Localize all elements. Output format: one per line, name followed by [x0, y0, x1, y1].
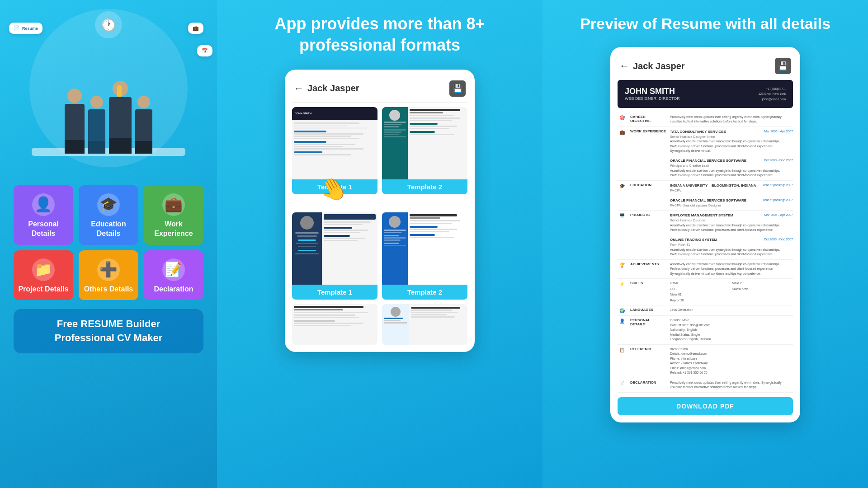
reference-icon: 📋 [618, 347, 627, 375]
template-3-label: Template 1 [292, 285, 377, 300]
briefcase-section-icon: 💼 [618, 129, 627, 178]
work-experience-section: 💼 WORK EXPERIENCE Mar 2005 - Apr 2007 TA… [618, 127, 793, 181]
resume-floating-icon: 📄 Resume [9, 23, 42, 34]
resume-phone-header-left: ← Jack Jasper [619, 60, 685, 72]
phone-header: ← Jack Jasper 💾 [292, 77, 467, 103]
personal-details-section: 👤 PERSONAL DETAILS Gender: Male Date Of … [618, 316, 793, 345]
back-arrow-icon[interactable]: ← [294, 83, 304, 94]
projects-section: 🖥️ PROJECTS Mar 2005 - Apr 2007 EMPLOYEE… [618, 211, 793, 260]
resume-save-icon[interactable]: 💾 [775, 58, 791, 74]
education-content: Year of passing: 2007 INDIANA UNIVERSITY… [670, 183, 793, 208]
template-card-6[interactable] [382, 304, 467, 345]
panel-right: Preview of Resume with all details ← Jac… [542, 0, 868, 488]
template-2-label: Template 2 [382, 179, 467, 194]
template-card-5[interactable] [292, 304, 377, 345]
education-title: EDUCATION [630, 183, 666, 208]
resume-header-block: JOHN SMITH WEB DESIGNER, DIRECTOR +1 (78… [618, 80, 793, 108]
phone-header-left: ← Jack Jasper [294, 83, 359, 94]
resume-back-arrow-icon[interactable]: ← [619, 60, 629, 72]
project-details-btn[interactable]: 📁 Project Details [14, 250, 73, 300]
features-grid: 👤 Personal Details 🎓 Education Details 💼… [0, 185, 217, 300]
personal-details-content: Gender: Male Date Of Birth: dob@site.com… [670, 318, 793, 342]
skills-section: ⚡ SKILLS HTML Ninja 2 CSS SalesForce Nin… [618, 279, 793, 305]
person-4 [135, 96, 152, 154]
achievements-section: 🏆 ACHIEVEMENTS Assertively enable exerti… [618, 260, 793, 279]
template-3-preview [292, 212, 377, 285]
personal-details-icon: 👤 [618, 318, 627, 342]
reference-title: REFERENCE [630, 347, 666, 375]
plus-icon: ➕ [97, 258, 120, 281]
clock-circle: 🕐 [95, 11, 122, 38]
achievements-icon: 🏆 [618, 262, 627, 277]
resume-full-name: JOHN SMITH [625, 87, 680, 96]
education-section-icon: 🎓 [618, 183, 627, 208]
achievements-title: ACHIEVEMENTS [630, 262, 666, 277]
work-experience-content: Mar 2005 - Apr 2007 TATA CONSULTANCY SER… [670, 129, 793, 178]
person-3 [109, 81, 132, 154]
achievements-content: Assertively enable exertion over synergi… [670, 262, 793, 277]
phone-title: Jack Jasper [307, 83, 359, 94]
declaration-section: 📄 DECLARATION Proactively meet cross upd… [618, 378, 793, 393]
education-section: 🎓 EDUCATION Year of passing: 2007 INDIAN… [618, 181, 793, 211]
reference-section: 📋 REFERENCE Brent Castro Details: demo@e… [618, 345, 793, 378]
projects-title: PROJECTS [630, 213, 666, 257]
template-4-label: Template 2 [382, 285, 467, 300]
skills-icon: ⚡ [618, 281, 627, 303]
panel2-heading: App provides more than 8+ professional f… [217, 14, 542, 56]
languages-section: 🌍 LANGUAGES Java Generation [618, 305, 793, 316]
declaration-icon: 📄 [618, 380, 627, 390]
career-objective-content: Proactively meet cross updates than sett… [670, 115, 793, 124]
briefcase-icon: 💼 [193, 25, 199, 31]
resume-contact-block: +1 (786)987... 123 Blvd, New York john@e… [758, 86, 786, 102]
template-1-name: JOHN SMITH [295, 112, 311, 115]
template-1-preview: JOHN SMITH [292, 107, 377, 179]
bottom-banner: Free RESUME Builder Professional CV Make… [14, 309, 203, 353]
template-card-3[interactable]: Template 1 [292, 212, 377, 300]
phone-mockup-templates: ← Jack Jasper 💾 JOHN SMITH [285, 70, 475, 352]
panel3-heading: Preview of Resume with all details [562, 14, 849, 33]
panel-left: 📄 Resume 💼 📅 🕐 [0, 0, 217, 488]
template-card-2[interactable]: Template 2 [382, 107, 467, 194]
target-icon: 🎯 [618, 115, 627, 124]
others-details-btn[interactable]: ➕ Others Details [79, 250, 138, 300]
reference-content: Brent Castro Details: demo@email.com Pho… [670, 347, 793, 375]
resume-icon: 📄 [14, 25, 20, 31]
skills-content: HTML Ninja 2 CSS SalesForce Ninja 61 Rap… [670, 281, 793, 303]
personal-details-title: PERSONAL DETAILS [630, 318, 666, 342]
person-1 [65, 89, 85, 154]
resume-job-title: WEB DESIGNER, DIRECTOR [625, 96, 680, 101]
languages-content: Java Generation [670, 308, 793, 313]
resume-name-block: JOHN SMITH WEB DESIGNER, DIRECTOR [625, 87, 680, 101]
panel-middle: App provides more than 8+ professional f… [217, 0, 542, 488]
resume-phone-title: Jack Jasper [633, 61, 685, 71]
work-experience-btn[interactable]: 💼 Work Experience [144, 185, 203, 245]
education-details-btn[interactable]: 🎓 Education Details [79, 185, 138, 245]
templates-row-3 [292, 304, 467, 345]
template-card-4[interactable]: Template 2 [382, 212, 467, 300]
template-2-preview [382, 107, 467, 179]
career-objective-title: CAREER OBJECTIVE [630, 115, 666, 124]
download-pdf-btn[interactable]: DOWNLOAD PDF [618, 397, 793, 415]
briefcase-floating-icon: 💼 [188, 23, 203, 34]
languages-title: LANGUAGES [630, 308, 666, 313]
declaration-title: DECLARATION [630, 380, 666, 390]
person-2 [88, 96, 105, 154]
career-objective-section: 🎯 CAREER OBJECTIVE Proactively meet cros… [618, 113, 793, 127]
illustration-area: 📄 Resume 💼 📅 🕐 [0, 0, 217, 181]
people-group [65, 81, 152, 154]
languages-icon: 🌍 [618, 308, 627, 313]
save-icon[interactable]: 💾 [449, 80, 466, 97]
calendar-icon: 📅 [202, 48, 208, 54]
document-icon: 📝 [162, 258, 185, 281]
templates-row-2: Template 1 [292, 208, 467, 304]
template-4-preview [382, 212, 467, 285]
graduation-icon: 🎓 [97, 193, 120, 216]
resume-phone-header: ← Jack Jasper 💾 [618, 54, 793, 80]
calendar-floating-icon: 📅 [197, 45, 212, 56]
resume-sections: 🎯 CAREER OBJECTIVE Proactively meet cros… [618, 113, 793, 393]
declaration-content: Proactively meet cross updates than sett… [670, 380, 793, 390]
declaration-btn[interactable]: 📝 Declaration [144, 250, 203, 300]
work-experience-title: WORK EXPERIENCE [630, 129, 666, 178]
personal-details-btn[interactable]: 👤 Personal Details [14, 185, 73, 245]
projects-section-icon: 🖥️ [618, 213, 627, 257]
